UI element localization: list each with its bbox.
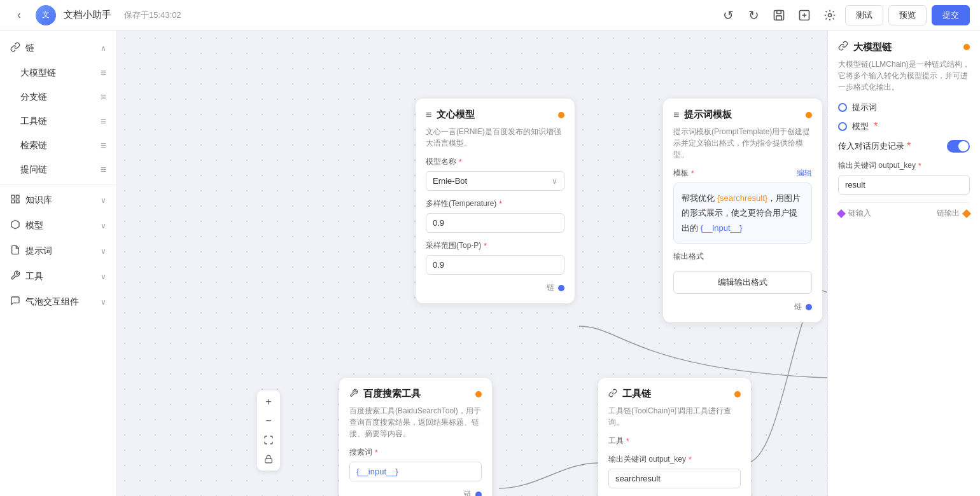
baidu-search-status-dot (475, 391, 482, 397)
qa-chain-menu: ≡ (101, 164, 106, 176)
sidebar-item-qa-chain[interactable]: 提问链 ≡ (0, 158, 116, 182)
sidebar-item-prompt[interactable]: 提示词 ∨ (0, 238, 116, 264)
prompt-arrow: ∨ (101, 247, 106, 256)
sidebar-item-llm-chain[interactable]: 大模型链 ≡ (0, 61, 116, 85)
output-format-button[interactable]: 编辑输出格式 (673, 271, 812, 294)
model-icon (10, 219, 20, 232)
knowledge-label: 知识库 (25, 195, 52, 206)
sidebar-item-tool-chain[interactable]: 工具链 ≡ (0, 109, 116, 134)
sidebar-item-chain[interactable]: 链 ∧ (0, 36, 116, 61)
bubble-icon (10, 296, 20, 308)
wenxin-temp-field: 多样性(Temperature) * (426, 198, 564, 233)
settings-button[interactable] (820, 5, 840, 25)
tool-output-key-field: 输出关键词 output_key * (608, 454, 741, 488)
tool-chain-node: 工具链 工具链(ToolChain)可调用工具进行查询。 工具 * 输出关键词 … (598, 378, 751, 496)
sidebar-item-branch-chain[interactable]: 分支链 ≡ (0, 85, 116, 109)
topbar: ‹ 文 文档小助手 保存于15:43:02 ↺ ↻ 测试 预览 提交 (0, 0, 980, 31)
back-button[interactable]: ‹ (10, 6, 28, 24)
template-var1: {searchresult} (717, 193, 768, 203)
redo-button[interactable]: ↻ (743, 5, 764, 25)
history-toggle[interactable] (947, 140, 970, 153)
tool-chain-node-icon (608, 389, 617, 400)
bubble-arrow: ∨ (101, 298, 106, 307)
zoom-fit-icon (263, 435, 274, 445)
zoom-out-button[interactable]: − (260, 412, 277, 430)
wenxin-chain-out[interactable] (558, 285, 564, 291)
svg-rect-9 (11, 200, 15, 203)
settings-icon (823, 9, 836, 22)
svg-rect-11 (265, 458, 272, 462)
model-circle (838, 122, 847, 131)
submit-button[interactable]: 提交 (932, 5, 970, 25)
llm-model-label: 模型 (852, 121, 869, 132)
search-word-input[interactable] (349, 462, 482, 481)
test-button[interactable]: 测试 (845, 5, 883, 25)
svg-rect-10 (16, 200, 19, 203)
lock-icon (264, 455, 273, 464)
template-content: 帮我优化 {searchresult}，用图片的形式展示，使之更符合用户提出的 … (673, 183, 812, 244)
llm-chain-in-diamond[interactable] (837, 209, 846, 217)
prompt-template-chain-out[interactable] (806, 304, 812, 310)
wenxin-model-field: 模型名称 * Ernie-Bot ∨ (426, 156, 564, 191)
sidebar: 链 ∧ 大模型链 ≡ 分支链 ≡ 工具链 ≡ 检索链 ≡ 提问链 ≡ (0, 31, 117, 496)
canvas-area[interactable]: ≡ 文心模型 文心一言(ERNIE)是百度发布的知识增强大语言模型。 模型名称 … (117, 31, 827, 496)
wenxin-node-title: 文心模型 (437, 109, 553, 121)
template-var2: {__input__} (701, 223, 743, 233)
template-field: 模板 * 编辑 帮我优化 {searchresult}，用图片的形式展示，使之更… (673, 168, 812, 244)
zoom-controls: + − (257, 390, 280, 471)
knowledge-arrow: ∨ (101, 196, 106, 205)
tool-chain-menu: ≡ (101, 116, 106, 127)
wenxin-node-desc: 文心一言(ERNIE)是百度发布的知识增强大语言模型。 (426, 126, 564, 149)
sidebar-item-search-chain[interactable]: 检索链 ≡ (0, 134, 116, 158)
sidebar-item-tool[interactable]: 工具 ∨ (0, 264, 116, 289)
knowledge-icon (10, 194, 20, 207)
zoom-lock-button[interactable] (260, 450, 277, 468)
qa-chain-label: 提问链 (20, 164, 47, 176)
llm-chain-panel-icon (838, 41, 848, 53)
llm-chain-connectors: 链输入 链输出 (838, 202, 970, 219)
prompt-template-node-icon: ≡ (673, 109, 679, 121)
llm-chain-menu: ≡ (101, 67, 106, 79)
branch-chain-menu: ≡ (101, 92, 106, 103)
history-label: 传入对话历史记录 (838, 141, 904, 152)
llm-history-field: 传入对话历史记录 * (838, 140, 970, 153)
wenxin-connector: 链 (426, 282, 564, 293)
temp-label: 多样性(Temperature) (426, 198, 496, 209)
preview-button[interactable]: 预览 (888, 5, 927, 25)
tool-output-key-input[interactable] (608, 469, 741, 488)
llm-chain-out-diamond[interactable] (962, 209, 971, 217)
export-button[interactable] (794, 5, 815, 25)
template-label: 模板 (673, 168, 689, 179)
prompt-circle (838, 103, 847, 112)
wenxin-status-dot (558, 112, 564, 118)
baidu-chain-out[interactable] (475, 492, 482, 497)
tool-icon (10, 270, 20, 283)
zoom-fit-button[interactable] (260, 431, 277, 449)
save-status: 保存于15:43:02 (124, 10, 181, 21)
save-button[interactable] (769, 5, 789, 25)
llm-chain-panel: 大模型链 大模型链(LLMChain)是一种链式结构，它将多个输入转化为模型提示… (827, 31, 980, 496)
zoom-in-button[interactable]: + (260, 393, 277, 411)
chain-arrow: ∧ (101, 44, 106, 53)
tool-chain-title: 工具链 (622, 388, 729, 400)
sidebar-item-model[interactable]: 模型 ∨ (0, 213, 116, 238)
sidebar-item-bubble[interactable]: 气泡交互组件 ∨ (0, 289, 116, 315)
template-edit-link[interactable]: 编辑 (797, 168, 812, 179)
wenxin-model-node: ≡ 文心模型 文心一言(ERNIE)是百度发布的知识增强大语言模型。 模型名称 … (416, 99, 575, 303)
llm-chain-status-dot (963, 44, 970, 50)
back-icon: ‹ (17, 8, 21, 22)
prompt-template-node: ≡ 提示词模板 提示词模板(PromptTemplate)用于创建提示并定义输出… (663, 99, 822, 322)
model-select[interactable]: Ernie-Bot ∨ (426, 171, 564, 191)
model-label: 模型 (25, 220, 43, 231)
llm-chain-label: 大模型链 (20, 67, 56, 79)
baidu-search-desc: 百度搜索工具(BaiduSearchTool)，用于查询百度搜索结果，返回结果标… (349, 405, 482, 439)
undo-button[interactable]: ↺ (718, 5, 738, 25)
prompt-template-node-desc: 提示词模板(PromptTemplate)用于创建提示并定义输出格式，作为指令提… (673, 126, 812, 160)
llm-output-key-label: 输出关键词 output_key (838, 160, 916, 171)
temp-input[interactable] (426, 213, 564, 233)
llm-output-key-input[interactable] (838, 175, 970, 195)
llm-model-field: 模型 * (838, 121, 970, 132)
topp-input[interactable] (426, 255, 564, 275)
llm-chain-panel-desc: 大模型链(LLMChain)是一种链式结构，它将多个输入转化为模型提示，并可进一… (838, 59, 970, 93)
sidebar-item-knowledge[interactable]: 知识库 ∨ (0, 188, 116, 213)
